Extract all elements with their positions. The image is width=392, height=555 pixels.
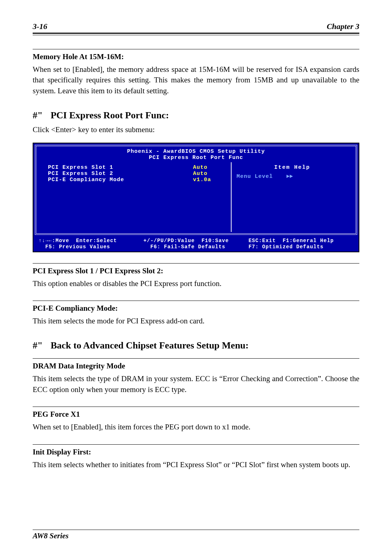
- section-pcie-slot: PCI Express Slot 1 / PCI Express Slot 2:…: [33, 260, 359, 294]
- body-text: When set to [Enabled], this item forces …: [33, 422, 359, 432]
- heading-pcie-root: #" PCI Express Root Port Func:: [33, 110, 359, 121]
- bios-setting-label: PCI Express Slot 1: [48, 164, 193, 171]
- bios-setting-value: v1.0a: [193, 177, 226, 183]
- page-header: 3-16 Chapter 3: [33, 22, 359, 31]
- bios-setting-label: PCI Express Slot 2: [48, 171, 193, 177]
- bios-menu-level: Menu Level ►►: [237, 174, 348, 180]
- intro-text: Click <Enter> key to enter its submenu:: [33, 125, 359, 135]
- bios-footer-col3: ESC:Exit F1:General Help F7: Optimized D…: [249, 238, 354, 250]
- body-text: This item selects the mode for PCI Expre…: [33, 316, 359, 326]
- section-rule: [33, 263, 359, 264]
- bios-body: PCI Express Slot 1 Auto PCI Express Slot…: [39, 162, 353, 232]
- subheading: PCI-E Compliancy Mode:: [33, 304, 359, 313]
- section-init-display: Init Display First: This item selects wh…: [33, 441, 359, 475]
- subheading: PEG Force X1: [33, 410, 359, 419]
- section-rule: [33, 407, 359, 407]
- subheading: Init Display First:: [33, 448, 359, 457]
- page-number: 3-16: [33, 22, 47, 31]
- bios-title-line1: Phoenix - AwardBIOS CMOS Setup Utility: [39, 148, 353, 155]
- arrow-right-icon: ►►: [286, 174, 293, 180]
- section-rule: [33, 301, 359, 301]
- page: 3-16 Chapter 3 Memory Hole At 15M-16M: W…: [0, 0, 392, 555]
- bios-title: Phoenix - AwardBIOS CMOS Setup Utility P…: [39, 148, 353, 163]
- section-rule: [33, 49, 359, 49]
- subheading: Memory Hole At 15M-16M:: [33, 52, 359, 61]
- body-text: This item selects whether to initiates f…: [33, 460, 359, 470]
- chapter-label: Chapter 3: [327, 22, 359, 31]
- bios-title-line2: PCI Express Root Port Func: [39, 155, 353, 161]
- bios-settings-pane: PCI Express Slot 1 Auto PCI Express Slot…: [39, 162, 232, 232]
- bios-footer: ↑↓→←:Move Enter:Select F5: Previous Valu…: [33, 236, 359, 252]
- header-rule: [33, 33, 359, 35]
- section-rule: [33, 444, 359, 445]
- subheading: PCI Express Slot 1 / PCI Express Slot 2:: [33, 266, 359, 276]
- bios-setting-value: Auto: [193, 171, 226, 177]
- bios-frame: Phoenix - AwardBIOS CMOS Setup Utility P…: [35, 145, 357, 235]
- menu-level-text: Menu Level: [237, 174, 273, 180]
- bios-setting-row: PCI Express Slot 2 Auto: [48, 171, 226, 177]
- body-text: This item selects the type of DRAM in yo…: [33, 374, 359, 395]
- section-memory-hole: Memory Hole At 15M-16M: When set to [Ena…: [33, 45, 359, 101]
- body-text: When set to [Enabled], the memory addres…: [33, 64, 359, 96]
- body-text: This option enables or disables the PCI …: [33, 278, 359, 289]
- bios-footer-col1: ↑↓→←:Move Enter:Select F5: Previous Valu…: [38, 238, 143, 250]
- bios-help-pane: Item Help Menu Level ►►: [232, 162, 353, 232]
- bios-footer-col2: +/-/PU/PD:Value F10:Save F6: Fail-Safe D…: [143, 238, 248, 250]
- bios-setting-label: PCI-E Compliancy Mode: [48, 177, 193, 183]
- section-rule: [33, 358, 359, 359]
- bios-setting-row: PCI Express Slot 1 Auto: [48, 164, 226, 171]
- bios-setting-row: PCI-E Compliancy Mode v1.0a: [48, 177, 226, 183]
- bios-setting-value: Auto: [193, 164, 226, 171]
- heading-back-menu: #" Back to Advanced Chipset Features Set…: [33, 340, 359, 351]
- bios-help-title: Item Help: [237, 164, 348, 171]
- page-footer: AW8 Series: [33, 530, 359, 540]
- bios-screenshot: Phoenix - AwardBIOS CMOS Setup Utility P…: [33, 143, 359, 252]
- heading-text: Back to Advanced Chipset Features Setup …: [50, 340, 249, 351]
- section-peg: PEG Force X1 When set to [Enabled], this…: [33, 403, 359, 437]
- section-pcie-compliancy: PCI-E Compliancy Mode: This item selects…: [33, 297, 359, 331]
- heading-symbol: #": [33, 340, 42, 351]
- subheading: DRAM Data Integrity Mode: [33, 362, 359, 371]
- heading-text: PCI Express Root Port Func:: [50, 110, 169, 121]
- series-label: AW8 Series: [33, 531, 69, 540]
- heading-symbol: #": [33, 110, 42, 121]
- footer-rule: [33, 530, 359, 530]
- arrow-right-icon: [277, 174, 286, 180]
- section-dram: DRAM Data Integrity Mode This item selec…: [33, 355, 359, 400]
